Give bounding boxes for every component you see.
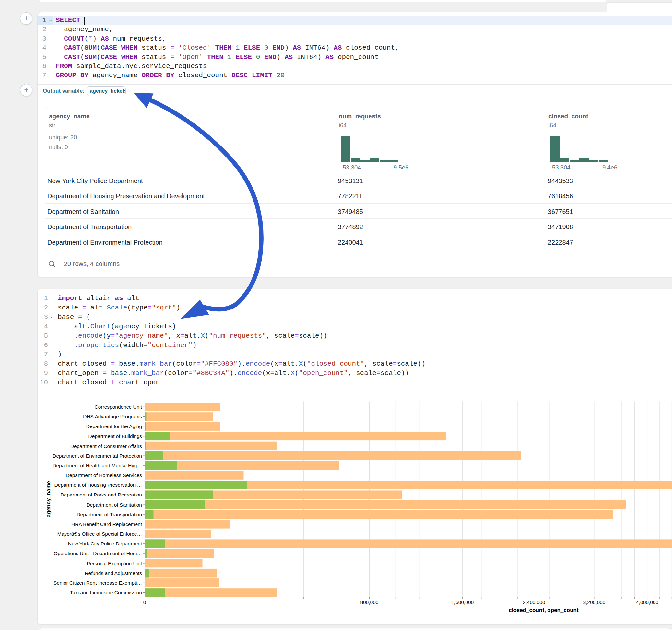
svg-text:Department of Homeless Service: Department of Homeless Services	[66, 472, 142, 478]
svg-text:Department of Environmental Pr: Department of Environmental Protection	[52, 453, 142, 459]
svg-text:800,000: 800,000	[360, 600, 378, 605]
svg-text:3,200,000: 3,200,000	[583, 600, 605, 605]
svg-text:Taxi and Limousine Commission: Taxi and Limousine Commission	[70, 590, 142, 595]
svg-text:Department of Buildings: Department of Buildings	[89, 433, 142, 439]
svg-text:HRA Benefit Card Replacement: HRA Benefit Card Replacement	[71, 522, 142, 527]
svg-text:Department of Housing Preserva: Department of Housing Preservation …	[54, 482, 142, 488]
svg-text:Department of Health and Menta: Department of Health and Mental Hyg…	[52, 463, 142, 468]
svg-text:Refunds and Adjustments: Refunds and Adjustments	[85, 571, 142, 576]
svg-text:2,400,000: 2,400,000	[523, 600, 545, 605]
svg-text:Department for the Aging: Department for the Aging	[86, 423, 142, 429]
svg-text:Department of Parks and Recrea: Department of Parks and Recreation	[60, 492, 142, 498]
svg-text:New York City Police Departmen: New York City Police Department	[68, 541, 142, 547]
svg-text:Correspondence Unit: Correspondence Unit	[95, 404, 142, 410]
svg-text:Department of Transportation: Department of Transportation	[76, 512, 142, 517]
svg-text:1,600,000: 1,600,000	[451, 600, 474, 605]
svg-text:4,000,000: 4,000,000	[636, 600, 658, 605]
svg-text:closed_count, open_count: closed_count, open_count	[509, 607, 579, 613]
svg-text:DHS Advantage Programs: DHS Advantage Programs	[83, 414, 142, 419]
svg-text:Mayorâ€ s Office of Special En: Mayorâ€ s Office of Special Enforce…	[57, 531, 142, 537]
svg-text:Senior Citizen Rent Increase E: Senior Citizen Rent Increase Exempti…	[53, 580, 142, 586]
svg-text:Personal Exemption Unit: Personal Exemption Unit	[87, 561, 142, 566]
svg-text:Operations Unit - Department o: Operations Unit - Department of Hom…	[54, 551, 142, 556]
svg-text:0: 0	[143, 600, 146, 605]
svg-text:agency_name: agency_name	[45, 481, 51, 517]
svg-text:Department of Consumer Affairs: Department of Consumer Affairs	[70, 443, 142, 449]
svg-text:Department of Sanitation: Department of Sanitation	[87, 502, 142, 508]
